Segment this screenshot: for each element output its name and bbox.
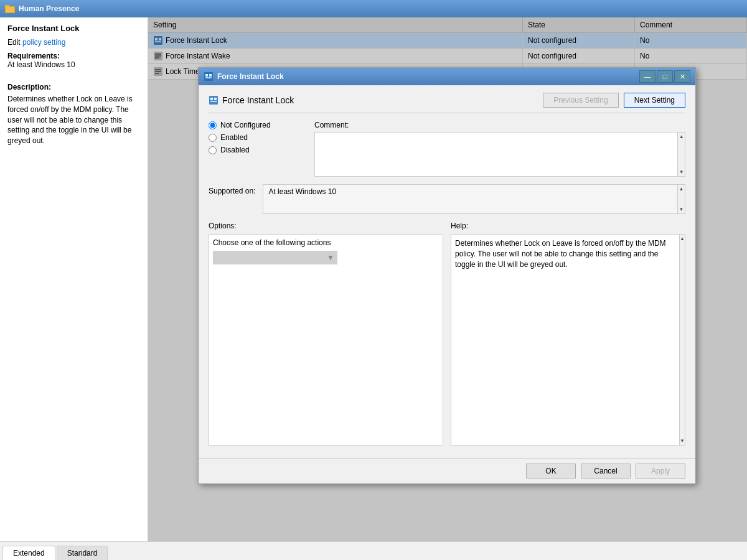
help-text: Determines whether Lock on Leave is forc… bbox=[455, 239, 666, 269]
radio-not-configured[interactable]: Not Configured bbox=[209, 121, 302, 129]
help-panel: Help: Determines whether Lock on Leave i… bbox=[451, 222, 685, 446]
comment-label: Comment: bbox=[314, 121, 685, 129]
minimize-button[interactable]: — bbox=[639, 70, 655, 83]
tab-extended[interactable]: Extended bbox=[2, 546, 55, 560]
description-label: Description: bbox=[7, 83, 51, 91]
dialog-setting-title: Force Instant Lock bbox=[209, 95, 294, 105]
svg-rect-18 bbox=[205, 77, 212, 78]
radio-not-configured-input[interactable] bbox=[209, 121, 217, 129]
previous-setting-button[interactable]: Previous Setting bbox=[543, 93, 618, 108]
dialog-setting-name: Force Instant Lock bbox=[222, 95, 294, 105]
modal-overlay: Force Instant Lock — □ ✕ bbox=[148, 17, 747, 541]
help-scroll-down[interactable]: ▼ bbox=[680, 438, 685, 444]
requirements-section: Requirements: At least Windows 10 bbox=[7, 52, 140, 69]
left-panel: Force Instant Lock Edit policy setting R… bbox=[0, 17, 148, 541]
radio-not-configured-label: Not Configured bbox=[220, 121, 271, 129]
help-box: Determines whether Lock on Leave is forc… bbox=[451, 234, 680, 446]
ok-button[interactable]: OK bbox=[526, 464, 576, 478]
scroll-down-arrow[interactable]: ▼ bbox=[679, 169, 684, 175]
comment-scrollbar: ▲ ▼ bbox=[678, 132, 685, 177]
dialog-icon bbox=[204, 72, 214, 82]
dialog-nav-buttons: Previous Setting Next Setting bbox=[543, 93, 685, 108]
dialog-title-text: Force Instant Lock bbox=[217, 72, 284, 81]
options-help-row: Options: Choose one of the following act… bbox=[209, 222, 685, 446]
main-layout: Force Instant Lock Edit policy setting R… bbox=[0, 17, 747, 541]
radio-comment-row: Not Configured Enabled Disabled bbox=[209, 121, 685, 177]
dialog-header-row: Force Instant Lock Previous Setting Next… bbox=[209, 93, 685, 113]
scroll-up-arrow[interactable]: ▲ bbox=[679, 134, 684, 139]
supported-on-box: At least Windows 10 bbox=[263, 184, 678, 214]
help-scrollbar: ▲ ▼ bbox=[680, 234, 685, 446]
tab-standard[interactable]: Standard bbox=[57, 546, 108, 560]
supported-on-row: Supported on: At least Windows 10 ▲ ▼ bbox=[209, 184, 685, 214]
bottom-tabs: Extended Standard bbox=[0, 541, 747, 560]
options-box: Choose one of the following actions ▼ bbox=[209, 234, 443, 446]
help-scroll-up[interactable]: ▲ bbox=[680, 236, 685, 241]
svg-rect-16 bbox=[205, 74, 208, 77]
supported-scroll-down[interactable]: ▼ bbox=[679, 207, 684, 212]
options-panel: Options: Choose one of the following act… bbox=[209, 222, 443, 446]
requirements-label: Requirements: bbox=[7, 52, 60, 60]
radio-disabled[interactable]: Disabled bbox=[209, 146, 302, 154]
dialog-footer: OK Cancel Apply bbox=[199, 458, 695, 483]
force-instant-lock-dialog: Force Instant Lock — □ ✕ bbox=[198, 67, 696, 484]
edit-link-row: Edit policy setting bbox=[7, 38, 140, 47]
dialog-title-left: Force Instant Lock bbox=[204, 72, 284, 82]
apply-button[interactable]: Apply bbox=[636, 464, 685, 478]
title-bar: Human Presence bbox=[0, 0, 747, 17]
radio-enabled-input[interactable] bbox=[209, 134, 217, 142]
svg-rect-20 bbox=[210, 98, 213, 100]
svg-rect-2 bbox=[6, 7, 14, 12]
options-dropdown[interactable]: ▼ bbox=[213, 251, 337, 264]
next-setting-button[interactable]: Next Setting bbox=[624, 93, 685, 108]
maximize-button[interactable]: □ bbox=[657, 70, 673, 83]
supported-on-value: At least Windows 10 bbox=[268, 187, 336, 196]
comment-group: Comment: ▲ ▼ bbox=[314, 121, 685, 177]
policy-setting-link[interactable]: policy setting bbox=[22, 38, 65, 47]
title-bar-text: Human Presence bbox=[19, 4, 79, 13]
right-panel: Setting State Comment Force Instant bbox=[148, 17, 747, 541]
supported-scrollbar: ▲ ▼ bbox=[678, 184, 685, 214]
cancel-button[interactable]: Cancel bbox=[581, 464, 631, 478]
close-button[interactable]: ✕ bbox=[674, 70, 690, 83]
supported-scroll-up[interactable]: ▲ bbox=[679, 186, 684, 192]
comment-textarea[interactable] bbox=[314, 132, 678, 177]
radio-enabled[interactable]: Enabled bbox=[209, 133, 302, 142]
options-label: Options: bbox=[209, 222, 443, 230]
radio-disabled-label: Disabled bbox=[220, 146, 250, 154]
dialog-setting-icon bbox=[209, 95, 218, 105]
dialog-content: Force Instant Lock Previous Setting Next… bbox=[199, 85, 695, 458]
requirements-value: At least Windows 10 bbox=[7, 60, 75, 69]
dialog-title-bar: Force Instant Lock — □ ✕ bbox=[199, 68, 695, 85]
left-panel-heading: Force Instant Lock bbox=[7, 24, 140, 33]
dropdown-arrow-icon: ▼ bbox=[327, 253, 334, 262]
dialog-controls: — □ ✕ bbox=[639, 70, 690, 83]
options-choose-label: Choose one of the following actions bbox=[213, 238, 439, 247]
supported-on-label: Supported on: bbox=[209, 184, 255, 195]
radio-enabled-label: Enabled bbox=[220, 133, 248, 142]
radio-group: Not Configured Enabled Disabled bbox=[209, 121, 302, 177]
description-text: Determines whether Lock on Leave is forc… bbox=[7, 94, 140, 146]
help-label: Help: bbox=[451, 222, 685, 230]
svg-rect-22 bbox=[210, 101, 217, 102]
radio-disabled-input[interactable] bbox=[209, 146, 217, 154]
folder-icon bbox=[5, 4, 15, 14]
edit-label: Edit bbox=[7, 38, 21, 47]
description-section: Description: Determines whether Lock on … bbox=[7, 83, 140, 146]
svg-rect-17 bbox=[209, 74, 212, 77]
svg-rect-21 bbox=[214, 98, 217, 100]
